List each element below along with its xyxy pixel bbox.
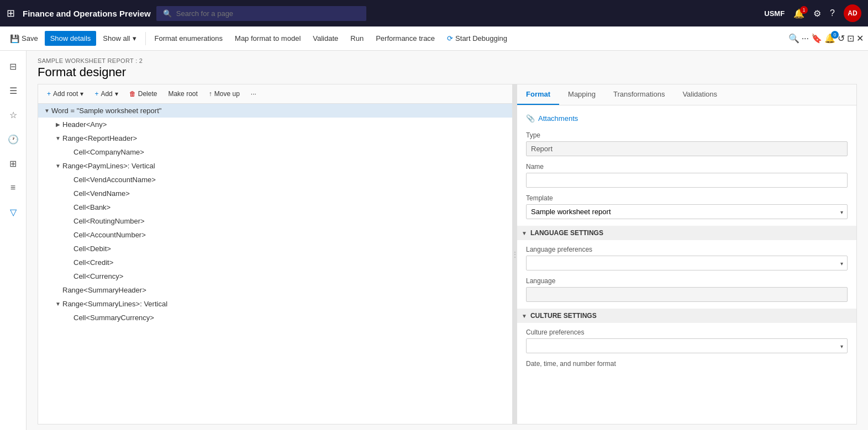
tree-item[interactable]: Cell<SummaryCurrency> bbox=[38, 311, 512, 325]
move-up-button[interactable]: ↑ Move up bbox=[204, 88, 244, 100]
tree-item[interactable]: Cell<VendName> bbox=[38, 187, 512, 200]
cmd-search-icon[interactable]: 🔍 bbox=[788, 33, 799, 44]
tree-item[interactable]: Range<SummaryHeader> bbox=[38, 283, 512, 297]
tree-item-label: Cell<Debit> bbox=[73, 245, 508, 253]
panel-splitter[interactable]: ⋮ bbox=[513, 84, 517, 424]
debug-icon: ⟳ bbox=[447, 34, 453, 43]
sidebar-nav-icon[interactable]: ☰ bbox=[2, 79, 24, 102]
notification-icon[interactable]: 🔔1 bbox=[793, 8, 804, 19]
search-icon: 🔍 bbox=[163, 9, 172, 18]
app-grid-icon[interactable]: ⊞ bbox=[7, 7, 15, 19]
tab-transformations[interactable]: Transformations bbox=[604, 84, 674, 105]
tree-item[interactable]: ▼ Range<SummaryLines>: Vertical bbox=[38, 297, 512, 311]
tree-toggle-icon: ▼ bbox=[43, 108, 51, 114]
attachment-icon: 📎 bbox=[526, 114, 535, 123]
command-bar: 💾 Save Show details Show all ▾ Format en… bbox=[0, 26, 868, 51]
start-debugging-button[interactable]: ⟳ Start Debugging bbox=[441, 31, 513, 46]
page-header: SAMPLE WORKSHEET REPORT : 2 Format desig… bbox=[27, 51, 868, 84]
cmd-refresh-icon[interactable]: ↺ bbox=[838, 33, 845, 44]
culture-section-toggle-icon: ▼ bbox=[522, 313, 527, 319]
search-input[interactable] bbox=[176, 9, 360, 18]
help-icon[interactable]: ? bbox=[830, 8, 835, 18]
more-button[interactable]: ··· bbox=[246, 88, 261, 100]
culture-prefs-select[interactable] bbox=[526, 338, 848, 353]
user-avatar[interactable]: AD bbox=[844, 4, 861, 22]
tree-item[interactable]: Cell<RoutingNumber> bbox=[38, 214, 512, 228]
properties-panel: Format Mapping Transformations Validatio… bbox=[517, 84, 857, 424]
page-title: Format designer bbox=[38, 65, 857, 79]
delete-icon: 🗑 bbox=[129, 90, 136, 98]
tree-item-label: Cell<SummaryCurrency> bbox=[73, 314, 508, 322]
name-label: Name bbox=[526, 163, 848, 171]
language-settings-section[interactable]: ▼ LANGUAGE SETTINGS bbox=[517, 226, 856, 240]
tree-item[interactable]: Cell<Bank> bbox=[38, 200, 512, 214]
tree-item[interactable]: ▼ Range<ReportHeader> bbox=[38, 131, 512, 145]
cmd-close-icon[interactable]: ✕ bbox=[856, 33, 864, 44]
add-icon: + bbox=[94, 90, 98, 98]
tree-item[interactable]: Cell<Debit> bbox=[38, 242, 512, 256]
validate-button[interactable]: Validate bbox=[307, 31, 344, 46]
lang-prefs-select[interactable] bbox=[526, 256, 848, 270]
template-label: Template bbox=[526, 194, 848, 202]
cmd-more-icon[interactable]: ··· bbox=[802, 34, 809, 44]
tab-format[interactable]: Format bbox=[517, 84, 559, 105]
search-bar[interactable]: 🔍 bbox=[156, 6, 366, 21]
lang-prefs-select-wrap: ▾ bbox=[526, 256, 848, 270]
save-button[interactable]: 💾 Save bbox=[4, 31, 44, 46]
cmd-open-icon[interactable]: ⊡ bbox=[847, 33, 854, 44]
language-input[interactable] bbox=[526, 287, 848, 302]
tab-mapping[interactable]: Mapping bbox=[559, 84, 604, 105]
sidebar-filter-icon[interactable]: ▽ bbox=[2, 201, 24, 223]
tree-item-label: Range<ReportHeader> bbox=[62, 134, 508, 142]
settings-icon[interactable]: ⚙ bbox=[813, 8, 821, 19]
name-input[interactable] bbox=[526, 173, 848, 188]
tree-content: ▼ Word = "Sample worksheet report" ▶ Hea… bbox=[38, 104, 512, 424]
tree-item[interactable]: ▼ Range<PaymLines>: Vertical bbox=[38, 159, 512, 173]
tree-item[interactable]: Cell<Currency> bbox=[38, 269, 512, 283]
cmd-separator-1 bbox=[145, 32, 146, 45]
delete-button[interactable]: 🗑 Delete bbox=[125, 88, 162, 100]
props-content: 📎 Attachments Type Name bbox=[517, 105, 856, 424]
sidebar: ⊟ ☰ ☆ 🕐 ⊞ ≡ ▽ bbox=[0, 51, 27, 430]
tree-item-label: Cell<Credit> bbox=[73, 258, 508, 267]
template-select[interactable]: Sample worksheet report bbox=[526, 204, 848, 219]
map-format-button[interactable]: Map format to model bbox=[229, 31, 306, 46]
type-input[interactable] bbox=[526, 141, 848, 156]
move-up-icon: ↑ bbox=[209, 90, 212, 98]
sidebar-list-icon[interactable]: ≡ bbox=[2, 177, 24, 199]
cmd-bookmark-icon[interactable]: 🔖 bbox=[811, 33, 822, 44]
add-root-button[interactable]: + Add root ▾ bbox=[43, 88, 88, 100]
attachments-button[interactable]: 📎 Attachments bbox=[526, 112, 848, 125]
tree-item[interactable]: Cell<Credit> bbox=[38, 256, 512, 269]
run-button[interactable]: Run bbox=[345, 31, 369, 46]
sidebar-star-icon[interactable]: ☆ bbox=[2, 104, 24, 126]
cmd-notification-icon[interactable]: 🔔0 bbox=[824, 33, 835, 44]
tree-item[interactable]: Cell<AccountNumber> bbox=[38, 228, 512, 242]
lang-prefs-field-group: Language preferences ▾ bbox=[526, 246, 848, 270]
lang-section-toggle-icon: ▼ bbox=[522, 230, 527, 236]
tab-validations[interactable]: Validations bbox=[674, 84, 726, 105]
tree-item-label: Cell<Currency> bbox=[73, 272, 508, 280]
language-label: Language bbox=[526, 277, 848, 285]
performance-trace-button[interactable]: Performance trace bbox=[370, 31, 440, 46]
tree-item[interactable]: ▼ Word = "Sample worksheet report" bbox=[38, 104, 512, 118]
org-label: USMF bbox=[764, 9, 785, 18]
culture-settings-section[interactable]: ▼ CULTURE SETTINGS bbox=[517, 309, 856, 323]
make-root-button[interactable]: Make root bbox=[164, 88, 202, 100]
culture-prefs-label: Culture preferences bbox=[526, 328, 848, 336]
designer-body: + Add root ▾ + Add ▾ 🗑 Delete Make ro bbox=[27, 84, 868, 430]
sidebar-home-icon[interactable]: ⊟ bbox=[2, 55, 24, 77]
tree-item[interactable]: ▶ Header<Any> bbox=[38, 118, 512, 131]
format-enumerations-button[interactable]: Format enumerations bbox=[149, 31, 229, 46]
tree-item-label: Word = "Sample worksheet report" bbox=[51, 107, 508, 115]
tree-item[interactable]: Cell<VendAccountName> bbox=[38, 173, 512, 187]
sidebar-workspace-icon[interactable]: ⊞ bbox=[2, 152, 24, 174]
main-content: SAMPLE WORKSHEET REPORT : 2 Format desig… bbox=[27, 51, 868, 430]
props-tabs: Format Mapping Transformations Validatio… bbox=[517, 84, 856, 105]
show-details-button[interactable]: Show details bbox=[45, 31, 97, 46]
show-all-button[interactable]: Show all ▾ bbox=[97, 31, 141, 46]
page-layout: ⊟ ☰ ☆ 🕐 ⊞ ≡ ▽ SAMPLE WORKSHEET REPORT : … bbox=[0, 51, 868, 430]
tree-item[interactable]: Cell<CompanyName> bbox=[38, 145, 512, 159]
add-button[interactable]: + Add ▾ bbox=[90, 88, 122, 100]
sidebar-recent-icon[interactable]: 🕐 bbox=[2, 128, 24, 150]
